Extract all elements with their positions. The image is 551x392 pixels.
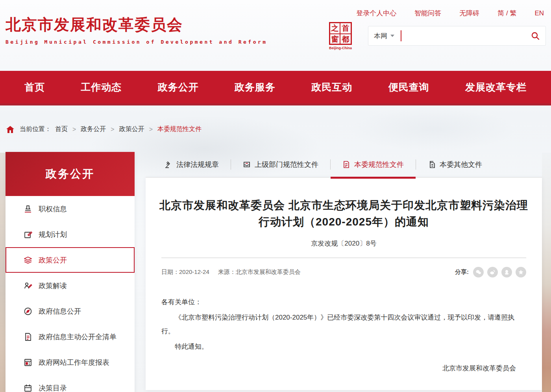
home-icon (6, 126, 14, 133)
signature: 北京市发展和改革委员会 (157, 364, 516, 373)
layers-icon (24, 256, 32, 264)
sidebar-item-label: 政策公开 (39, 255, 67, 265)
sidebar-item-planning[interactable]: 规划计划 (6, 222, 135, 247)
share-weibo-button[interactable] (487, 267, 498, 277)
date-value: 2020-12-24 (179, 268, 209, 275)
accessibility-link[interactable]: 无障碍 (459, 9, 479, 18)
sidebar-item-label: 政策解读 (39, 281, 67, 290)
simplified-traditional-toggle[interactable]: 简 / 繁 (497, 9, 516, 18)
sidebar-item-label: 规划计划 (39, 230, 67, 239)
wechat-icon (475, 269, 481, 275)
site-logo[interactable]: 北京市发展和改革委员会 Beijing Municipal Commission… (6, 17, 268, 45)
share-qzone-button[interactable] (516, 267, 526, 277)
compass-icon (24, 307, 32, 316)
person-edit-icon (24, 281, 32, 290)
source-field: 来源：北京市发展和改革委员会 (218, 268, 301, 276)
tab-commission-normative-docs[interactable]: 本委规范性文件 (331, 152, 416, 178)
nav-item-interaction[interactable]: 政民互动 (311, 81, 352, 94)
tab-label: 法律法规规章 (176, 160, 219, 169)
sidebar-item-proactive-disclosure-list[interactable]: 政府信息主动公开全清单 (6, 324, 135, 349)
tab-superior-normative-docs[interactable]: 上级部门规范性文件 (231, 152, 330, 178)
doc-red-icon (342, 161, 350, 168)
main-column: 法律法规规章 上级部门规范性文件 本委规范性文件 本 (146, 152, 542, 390)
article-meta: 日期：2020-12-24 来源：北京市发展和改革委员会 (161, 268, 301, 276)
body-paragraph: 《北京市塑料污染治理行动计划（2020-2025年）》已经市委深改委第十四次会议… (161, 311, 526, 338)
sidebar-item-label: 决策目录 (39, 383, 67, 392)
search-scope-dropdown[interactable]: 本网 (374, 31, 394, 41)
nav-item-home[interactable]: 首页 (24, 81, 45, 94)
english-link[interactable]: EN (534, 9, 544, 17)
sidebar-item-label: 政府信息主动公开全清单 (39, 332, 116, 342)
date-label: 日期： (161, 268, 179, 275)
tab-laws-regulations[interactable]: 法律法规规章 (153, 152, 231, 178)
docs-icon (428, 161, 436, 168)
share-qq-button[interactable] (501, 267, 512, 277)
sidebar-item-label: 职权信息 (39, 204, 67, 214)
search-button[interactable] (531, 31, 540, 41)
article-title: 北京市发展和改革委员会 北京市生态环境局关于印发北京市塑料污染治理行动计划（20… (157, 197, 530, 230)
chevron-down-icon (390, 35, 394, 37)
sidebar-title: 政务公开 (6, 152, 135, 196)
seal-char: 之 (330, 23, 340, 34)
login-personal-center-link[interactable]: 登录个人中心 (356, 9, 396, 18)
source-label: 来源： (218, 268, 236, 275)
sidebar: 政务公开 职权信息 规划计划 政策公开 政策解读 (6, 152, 135, 392)
breadcrumb-separator: > (72, 126, 76, 133)
seal-caption: Beijing-China (328, 46, 353, 50)
seal-char: 都 (340, 34, 351, 44)
share-wechat-button[interactable] (473, 267, 484, 277)
divider (161, 257, 526, 258)
nav-item-work-news[interactable]: 工作动态 (81, 81, 122, 94)
search-icon (531, 31, 540, 41)
nav-item-reform-column[interactable]: 发展改革专栏 (465, 81, 527, 94)
sidebar-item-label: 政府网站工作年度报表 (39, 358, 109, 367)
breadcrumb-current[interactable]: 本委规范性文件 (157, 125, 202, 133)
breadcrumb-separator: > (149, 126, 153, 133)
share-bar: 分享: (455, 267, 526, 277)
sidebar-item-policy-disclosure[interactable]: 政策公开 (6, 247, 135, 273)
qq-icon (504, 269, 510, 275)
document-number: 京发改规〔2020〕8号 (157, 239, 530, 248)
sidebar-item-gov-info-disclosure[interactable]: 政府信息公开 (6, 298, 135, 324)
report-icon (24, 358, 32, 367)
weibo-icon (490, 269, 496, 275)
breadcrumb-gov-disclosure[interactable]: 政务公开 (81, 125, 106, 133)
article-meta-row: 日期：2020-12-24 来源：北京市发展和改革委员会 分享: (161, 267, 526, 277)
search-input[interactable] (407, 26, 531, 45)
share-label: 分享: (455, 268, 469, 276)
search-scope-label: 本网 (374, 31, 387, 41)
seal-icon: 之 首 窗 都 (329, 22, 352, 45)
qzone-icon (518, 269, 524, 275)
document-type-tabs: 法律法规规章 上级部门规范性文件 本委规范性文件 本 (146, 152, 542, 178)
sidebar-item-website-annual-report[interactable]: 政府网站工作年度报表 (6, 349, 135, 375)
background-photo-right-edge (542, 153, 551, 392)
breadcrumb-label: 当前位置： (20, 125, 51, 133)
inbox-icon (243, 161, 251, 168)
nav-item-gov-services[interactable]: 政务服务 (235, 81, 276, 94)
sidebar-item-label: 政府信息公开 (39, 307, 81, 316)
search-divider (401, 30, 401, 41)
background-photo-left-edge (0, 153, 6, 392)
edit-icon (24, 230, 32, 239)
smart-qa-link[interactable]: 智能问答 (414, 9, 441, 18)
tab-label: 本委规范性文件 (354, 160, 404, 169)
nav-item-gov-disclosure[interactable]: 政务公开 (158, 81, 199, 94)
salutation: 各有关单位： (161, 296, 526, 309)
date-field: 日期：2020-12-24 (161, 268, 209, 276)
search-bar: 本网 (368, 26, 546, 46)
sidebar-title-label: 政务公开 (46, 166, 94, 181)
sidebar-item-policy-interpretation[interactable]: 政策解读 (6, 273, 135, 298)
nav-item-convenient-query[interactable]: 便民查询 (388, 81, 429, 94)
breadcrumb-separator: > (111, 126, 114, 133)
sidebar-item-authority-info[interactable]: 职权信息 (6, 196, 135, 222)
article-card: 北京市发展和改革委员会 北京市生态环境局关于印发北京市塑料污染治理行动计划（20… (146, 178, 542, 390)
sidebar-item-decision-catalog[interactable]: 决策目录 (6, 375, 135, 392)
breadcrumb-policy-disclosure[interactable]: 政策公开 (119, 125, 144, 133)
utility-links: 登录个人中心 智能问答 无障碍 简 / 繁 EN (356, 9, 544, 18)
tab-label: 上级部门规范性文件 (255, 160, 318, 169)
tab-commission-other-docs[interactable]: 本委其他文件 (416, 152, 494, 178)
seal-char: 首 (340, 23, 351, 34)
breadcrumb-home[interactable]: 首页 (55, 125, 68, 133)
capital-window-seal-logo[interactable]: 之 首 窗 都 Beijing-China (328, 22, 353, 50)
tab-label: 本委其他文件 (440, 160, 482, 169)
